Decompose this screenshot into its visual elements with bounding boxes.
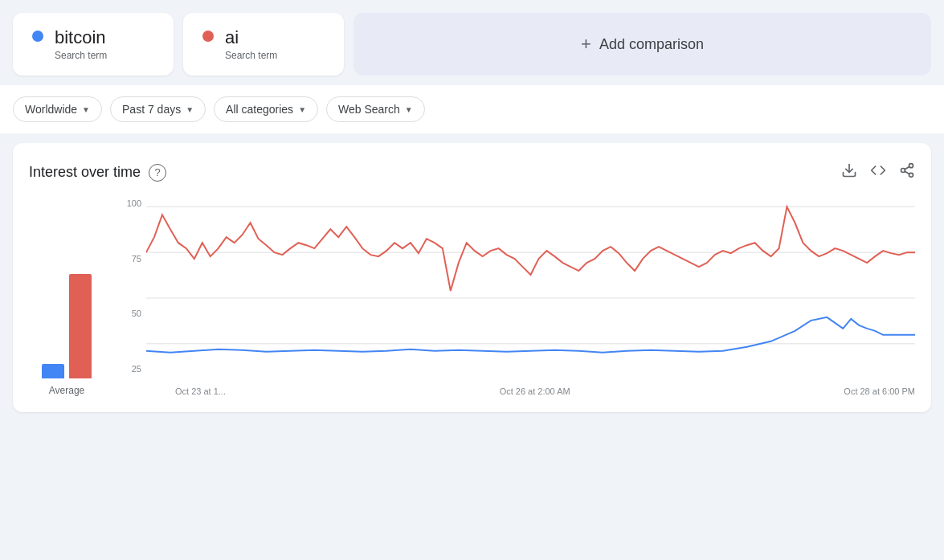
line-chart-wrapper: 100 75 50 25 — [117, 198, 915, 396]
avg-bar-bitcoin — [42, 364, 64, 378]
filters-bar: Worldwide ▼ Past 7 days ▼ All categories… — [0, 85, 944, 133]
embed-icon[interactable] — [870, 162, 886, 182]
bitcoin-line — [146, 206, 915, 291]
category-filter[interactable]: All categories ▼ — [214, 96, 318, 122]
avg-section: Average — [29, 218, 117, 396]
category-label: All categories — [226, 103, 293, 116]
download-icon[interactable] — [841, 162, 857, 182]
top-bar: bitcoin Search term ai Search term + Add… — [0, 0, 944, 76]
region-chevron-icon: ▼ — [82, 105, 90, 114]
y-axis: 100 75 50 25 — [117, 198, 146, 374]
plus-icon: + — [581, 34, 591, 55]
ai-type: Search term — [225, 50, 277, 61]
chart-section: Interest over time ? — [13, 143, 931, 412]
x-label-1: Oct 26 at 2:00 AM — [500, 386, 570, 396]
avg-label: Average — [49, 385, 84, 396]
ai-name: ai — [225, 27, 277, 48]
y-label-25: 25 — [132, 364, 141, 374]
main-chart-svg — [146, 198, 915, 383]
bitcoin-dot — [32, 31, 43, 42]
svg-line-5 — [905, 166, 909, 169]
y-label-100: 100 — [127, 198, 141, 208]
period-label: Past 7 days — [122, 103, 181, 116]
chart-title: Interest over time — [29, 164, 141, 181]
share-icon[interactable] — [899, 162, 915, 182]
chart-header: Interest over time ? — [29, 162, 915, 182]
period-filter[interactable]: Past 7 days ▼ — [110, 96, 206, 122]
term-card-ai[interactable]: ai Search term — [183, 13, 344, 76]
svg-line-4 — [905, 171, 909, 174]
chart-title-group: Interest over time ? — [29, 164, 166, 182]
term-card-bitcoin[interactable]: bitcoin Search term — [13, 13, 174, 76]
search-type-filter[interactable]: Web Search ▼ — [326, 96, 425, 122]
ai-line — [146, 317, 915, 353]
region-filter[interactable]: Worldwide ▼ — [13, 96, 102, 122]
help-icon[interactable]: ? — [149, 164, 166, 182]
chart-area: Average 100 75 50 25 — [29, 198, 915, 396]
bitcoin-type: Search term — [55, 50, 107, 61]
ai-dot — [202, 31, 214, 42]
bitcoin-name: bitcoin — [55, 27, 107, 48]
y-label-50: 50 — [132, 309, 141, 318]
ai-info: ai Search term — [225, 27, 277, 61]
region-label: Worldwide — [25, 103, 77, 116]
avg-bars — [42, 218, 92, 378]
avg-bar-ai — [69, 274, 92, 378]
x-label-2: Oct 28 at 6:00 PM — [844, 386, 915, 396]
search-type-chevron-icon: ▼ — [405, 105, 413, 114]
add-comparison-label: Add comparison — [599, 36, 704, 53]
bitcoin-info: bitcoin Search term — [55, 27, 107, 61]
category-chevron-icon: ▼ — [298, 105, 306, 114]
x-axis: Oct 23 at 1... Oct 26 at 2:00 AM Oct 28 … — [146, 386, 915, 396]
search-type-label: Web Search — [338, 103, 400, 116]
add-comparison-card[interactable]: + Add comparison — [353, 13, 931, 76]
period-chevron-icon: ▼ — [186, 105, 194, 114]
x-label-0: Oct 23 at 1... — [175, 386, 226, 396]
svg-container: Oct 23 at 1... Oct 26 at 2:00 AM Oct 28 … — [117, 198, 915, 396]
y-label-75: 75 — [132, 254, 141, 264]
chart-actions — [841, 162, 915, 182]
